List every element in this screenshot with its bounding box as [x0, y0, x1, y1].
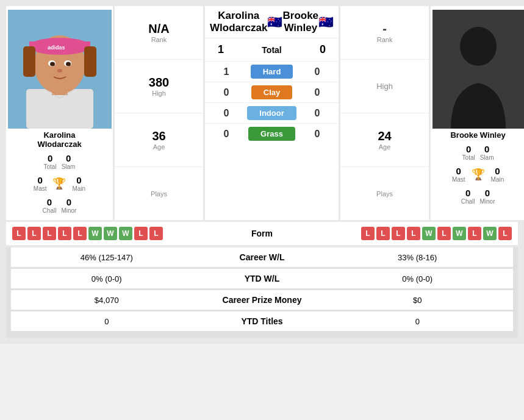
- clay-badge: Clay: [242, 85, 302, 99]
- right-chall-val: 0: [461, 188, 475, 198]
- form-badge-right: L: [437, 227, 451, 240]
- right-slam-val: 0: [480, 144, 494, 154]
- right-plays-lbl: Plays: [376, 190, 393, 198]
- right-total-stat: 0 Total: [460, 143, 478, 162]
- prize-row: $4,070 Career Prize Money $0: [11, 290, 513, 310]
- form-badge-left: W: [119, 227, 132, 240]
- right-rank-lbl: Rank: [377, 36, 393, 43]
- right-slam-lbl: Slam: [480, 154, 494, 161]
- left-high-lbl: High: [152, 90, 166, 97]
- right-name-display: Brooke Winley: [282, 10, 318, 34]
- right-player-row1: 0 Total 0 Slam: [458, 141, 499, 163]
- ytd-wl-row: 0% (0-0) YTD W/L 0% (0-0): [11, 269, 513, 288]
- left-mast-val: 0: [34, 175, 47, 185]
- right-total-val: 0: [462, 144, 475, 154]
- form-badge-left: W: [104, 227, 117, 240]
- top-section: adidas Karolina Wlodarczak 0 Total 0 Sla…: [6, 6, 518, 220]
- svg-point-12: [57, 69, 62, 73]
- right-mast-lbl: Mast: [452, 176, 465, 183]
- right-center-stats: - Rank High 24 Age Plays: [340, 6, 429, 220]
- indoor-left: 0: [211, 108, 242, 119]
- ytd-wl-right: 0% (0-0): [329, 274, 506, 283]
- left-chall-stat: 0 Chall: [40, 196, 59, 215]
- form-badge-right: L: [468, 227, 481, 240]
- bottom-stats: 46% (125-147) Career W/L 33% (8-16) 0% (…: [6, 247, 518, 338]
- left-main-val: 0: [72, 175, 85, 185]
- left-slam-stat: 0 Slam: [59, 152, 78, 171]
- right-rank-val: -: [382, 22, 387, 36]
- right-rank-stat: - Rank: [340, 6, 429, 60]
- form-badge-right: W: [483, 227, 497, 240]
- left-player-row2: 0 Mast 🏆 0 Main: [29, 173, 90, 194]
- right-chall-stat: 0 Chall: [459, 187, 478, 206]
- career-wl-left: 46% (125-147): [18, 253, 195, 262]
- career-wl-right: 33% (8-16): [329, 253, 506, 262]
- prize-right: $0: [329, 296, 506, 305]
- hard-left: 1: [211, 66, 242, 77]
- form-badge-right: L: [392, 227, 405, 240]
- titles-label: YTD Titles: [195, 316, 329, 326]
- svg-rect-6: [23, 46, 35, 77]
- total-label: Total: [233, 45, 310, 55]
- left-player-row3: 0 Chall 0 Minor: [38, 194, 82, 216]
- total-row: 1 Total 0: [205, 38, 339, 62]
- left-flag-display: 🇦🇺: [267, 15, 282, 29]
- form-badge-right: W: [453, 227, 466, 240]
- grass-badge: Grass: [242, 127, 302, 141]
- form-badge-left: L: [12, 227, 26, 240]
- right-player-name: Brooke Winley: [450, 129, 505, 141]
- left-minor-stat: 0 Minor: [59, 196, 79, 215]
- svg-point-15: [460, 27, 497, 66]
- form-badge-left: L: [149, 227, 163, 240]
- total-left: 1: [209, 43, 233, 56]
- right-minor-stat: 0 Minor: [477, 187, 497, 206]
- left-age-lbl: Age: [153, 143, 165, 151]
- hard-badge: Hard: [242, 65, 302, 79]
- left-form-badges: LLLLLWWWLL: [12, 227, 220, 240]
- left-main-stat: 0 Main: [70, 174, 88, 193]
- trophy-icon-right: 🏆: [472, 168, 485, 181]
- right-main-val: 0: [491, 166, 504, 176]
- right-age-stat: 24 Age: [340, 113, 429, 167]
- right-player-card: Brooke Winley 0 Total 0 Slam 0 Mast 🏆: [431, 6, 524, 220]
- form-badge-right: L: [361, 227, 375, 240]
- left-plays-stat: Plays: [115, 167, 203, 220]
- right-player-row3: 0 Chall 0 Minor: [456, 185, 500, 207]
- left-mast-lbl: Mast: [34, 185, 47, 192]
- left-main-lbl: Main: [72, 185, 85, 192]
- left-player-name: Karolina Wlodarczak: [37, 129, 81, 151]
- svg-text:adidas: adidas: [48, 44, 65, 51]
- grass-button: Grass: [248, 127, 295, 141]
- left-plays-lbl: Plays: [151, 190, 167, 198]
- prize-label: Career Prize Money: [195, 295, 329, 305]
- right-high-stat: High: [340, 60, 429, 113]
- form-badge-right: L: [407, 227, 420, 240]
- form-badge-left: W: [88, 227, 102, 240]
- left-slam-lbl: Slam: [62, 163, 76, 170]
- right-mast-val: 0: [452, 166, 465, 176]
- clay-row: 0 Clay 0: [205, 82, 339, 103]
- left-age-stat: 36 Age: [115, 113, 203, 167]
- prize-left: $4,070: [18, 296, 195, 305]
- right-plays-stat: Plays: [340, 167, 429, 220]
- career-wl-row: 46% (125-147) Career W/L 33% (8-16): [11, 247, 513, 267]
- main-container: adidas Karolina Wlodarczak 0 Total 0 Sla…: [0, 0, 524, 344]
- ytd-wl-left: 0% (0-0): [18, 274, 195, 283]
- grass-left: 0: [211, 129, 242, 140]
- svg-rect-7: [84, 46, 96, 77]
- left-center-stats: N/A Rank 380 High 36 Age Plays: [115, 6, 203, 220]
- total-right: 0: [310, 43, 335, 56]
- clay-left: 0: [211, 87, 242, 98]
- left-age-val: 36: [152, 129, 165, 143]
- titles-right: 0: [329, 317, 506, 326]
- hard-right: 0: [302, 66, 332, 77]
- trophy-icon-left: 🏆: [52, 177, 66, 190]
- form-badge-right: W: [422, 227, 436, 240]
- left-chall-val: 0: [43, 197, 57, 207]
- left-high-stat: 380 High: [115, 60, 203, 113]
- left-player-photo: adidas: [8, 10, 112, 129]
- right-age-lbl: Age: [379, 143, 391, 151]
- svg-point-10: [50, 62, 55, 66]
- clay-right: 0: [302, 87, 332, 98]
- left-name-display: Karolina Wlodarczak: [210, 10, 267, 34]
